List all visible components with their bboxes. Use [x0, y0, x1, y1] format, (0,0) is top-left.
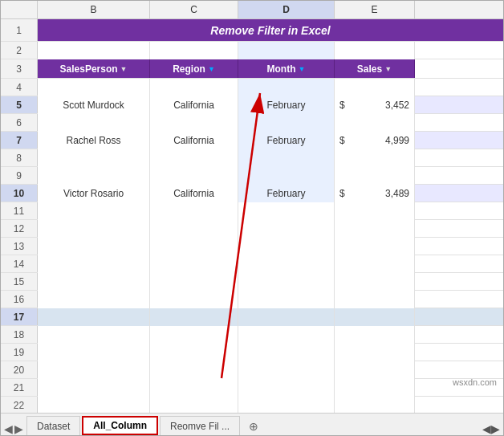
cell-11d[interactable]: [238, 202, 335, 220]
tab-bar: ◀ ▶ Dataset All_Column Reomve Fil ... ⊕ …: [1, 413, 503, 435]
row-num-17: 17: [1, 308, 38, 325]
row-num-5: 5: [1, 96, 38, 113]
row-17: 17: [1, 308, 503, 326]
cell-4e[interactable]: [335, 79, 415, 96]
row-2: 2: [1, 42, 503, 59]
col-header-e[interactable]: E: [335, 1, 415, 18]
cell-8d[interactable]: [238, 149, 335, 167]
row-21: 21: [1, 379, 503, 397]
cell-8b[interactable]: [38, 149, 150, 167]
table-header-row: 3 SalesPerson ▼ Region ▼ Month ▼ Sales: [1, 59, 503, 79]
row-11: 11: [1, 202, 503, 220]
cell-9e[interactable]: [335, 167, 415, 185]
cell-6e[interactable]: [335, 114, 415, 132]
row-num-8: 8: [1, 149, 38, 166]
watermark: wsxdn.com: [453, 377, 497, 387]
cell-4c[interactable]: [150, 79, 238, 96]
data-row-10: 10 Victor Rosario California February $ …: [1, 185, 503, 202]
col-header-d[interactable]: D: [238, 1, 335, 18]
row-18: 18: [1, 326, 503, 344]
row-num-3: 3: [1, 59, 38, 78]
cell-9b[interactable]: [38, 167, 150, 185]
cell-7e-sales[interactable]: $ 4,999: [335, 132, 415, 149]
tab-remove-filter[interactable]: Reomve Fil ...: [160, 416, 240, 435]
cell-6d[interactable]: [238, 114, 335, 132]
filter-arrow-sales[interactable]: ▼: [384, 65, 392, 73]
row-14: 14: [1, 255, 503, 273]
cell-2b[interactable]: [38, 42, 150, 59]
cell-2e[interactable]: [335, 42, 415, 59]
row-num-15: 15: [1, 273, 38, 290]
row-num-22: 22: [1, 397, 38, 413]
cell-5c-region[interactable]: California: [150, 96, 238, 114]
cell-7d-month[interactable]: February: [238, 132, 335, 149]
row-9: 9: [1, 167, 503, 185]
row-4: 4: [1, 79, 503, 96]
row-num-10: 10: [1, 185, 38, 202]
row-num-6: 6: [1, 114, 38, 131]
cell-9c[interactable]: [150, 167, 238, 185]
cell-11e[interactable]: [335, 202, 415, 220]
row-16: 16: [1, 291, 503, 308]
cell-5b-salesperson[interactable]: Scott Murdock: [38, 96, 150, 114]
data-row-5: 5 Scott Murdock California February $ 3,…: [1, 96, 503, 114]
cell-10b-salesperson[interactable]: Victor Rosario: [38, 185, 150, 202]
row-num-19: 19: [1, 344, 38, 361]
row-6: 6: [1, 114, 503, 132]
cell-8e[interactable]: [335, 149, 415, 167]
tab-scroll-right[interactable]: ▶: [14, 422, 23, 435]
row-num-13: 13: [1, 238, 38, 255]
row-num-1: 1: [1, 19, 38, 41]
col-header-c[interactable]: C: [150, 1, 238, 18]
cell-4d[interactable]: [238, 79, 335, 96]
row-20: 20: [1, 361, 503, 379]
spreadsheet-grid: 1 Remove Filter in Excel 2 3: [1, 19, 503, 413]
cell-11b[interactable]: [38, 202, 150, 220]
row-22: 22: [1, 397, 503, 413]
cell-2c[interactable]: [150, 42, 238, 59]
row-num-11: 11: [1, 202, 38, 219]
row-num-2: 2: [1, 42, 38, 59]
tab-scroll-left[interactable]: ◀: [4, 422, 13, 435]
header-sales[interactable]: Sales ▼: [335, 59, 415, 78]
cell-7b-salesperson[interactable]: Rachel Ross: [38, 132, 150, 149]
header-month[interactable]: Month ▼: [238, 59, 335, 78]
cell-4b[interactable]: [38, 79, 150, 96]
cell-6c[interactable]: [150, 114, 238, 132]
filter-arrow-salesperson[interactable]: ▼: [120, 65, 128, 73]
cell-11c[interactable]: [150, 202, 238, 220]
cell-8c[interactable]: [150, 149, 238, 167]
cell-9d[interactable]: [238, 167, 335, 185]
tab-end-scroll[interactable]: ◀▶: [482, 422, 500, 435]
corner-cell: [1, 1, 38, 18]
filter-arrow-region[interactable]: ▼: [208, 65, 215, 73]
header-salesperson[interactable]: SalesPerson ▼: [38, 59, 150, 78]
cell-10c-region[interactable]: California: [150, 185, 238, 202]
row-num-14: 14: [1, 255, 38, 272]
tab-dataset[interactable]: Dataset: [26, 416, 80, 435]
cell-7c-region[interactable]: California: [150, 132, 238, 149]
cell-10d-month[interactable]: February: [238, 185, 335, 202]
cell-5e-sales[interactable]: $ 3,452: [335, 96, 415, 114]
col-header-b[interactable]: B: [38, 1, 150, 18]
row-15: 15: [1, 273, 503, 291]
tab-all-column[interactable]: All_Column: [82, 416, 158, 435]
row-1: 1 Remove Filter in Excel: [1, 19, 503, 42]
cell-2d[interactable]: [238, 42, 335, 59]
row-num-9: 9: [1, 167, 38, 184]
add-sheet-button[interactable]: ⊕: [245, 418, 262, 435]
row-8: 8: [1, 149, 503, 167]
cell-6b[interactable]: [38, 114, 150, 132]
cell-5d-month[interactable]: February: [238, 96, 335, 114]
row-num-18: 18: [1, 326, 38, 343]
filter-arrow-month[interactable]: ▼: [299, 65, 306, 73]
row-num-16: 16: [1, 291, 38, 308]
row-12: 12: [1, 220, 503, 238]
cell-10e-sales[interactable]: $ 3,489: [335, 185, 415, 202]
row-num-7: 7: [1, 132, 38, 149]
header-region[interactable]: Region ▼: [150, 59, 238, 78]
data-row-7: 7 Rachel Ross California February $ 4,99…: [1, 132, 503, 149]
row-13: 13: [1, 238, 503, 255]
row-19: 19: [1, 344, 503, 361]
row-num-12: 12: [1, 220, 38, 237]
